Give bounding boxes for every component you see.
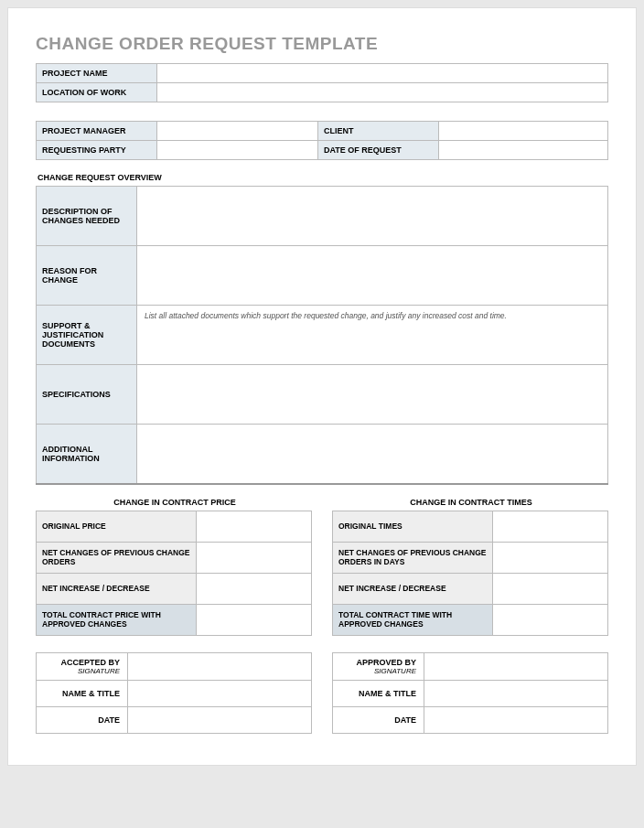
document-page: CHANGE ORDER REQUEST TEMPLATE PROJECT NA… [7,7,637,766]
pm-label: PROJECT MANAGER [37,122,157,141]
page-title: CHANGE ORDER REQUEST TEMPLATE [36,34,608,54]
approved-table: APPROVED BYSIGNATURE NAME & TITLE DATE [332,652,608,734]
price-row-field[interactable] [196,573,311,604]
pm-field[interactable] [157,122,318,141]
times-row-label: ORIGINAL TIMES [333,511,493,542]
client-field[interactable] [439,122,608,141]
overview-section-title: CHANGE REQUEST OVERVIEW [38,173,608,182]
client-label: CLIENT [318,122,439,141]
overview-row-field[interactable] [137,246,608,306]
location-field[interactable] [157,83,608,102]
overview-row-label: SUPPORT & JUSTIFICATION DOCUMENTS [37,306,137,365]
times-row-field[interactable] [492,604,607,635]
times-row-label: NET CHANGES OF PREVIOUS CHANGE ORDERS IN… [333,542,493,573]
date-request-field[interactable] [439,141,608,160]
price-table: ORIGINAL PRICENET CHANGES OF PREVIOUS CH… [36,511,312,636]
price-row-label: ORIGINAL PRICE [37,511,197,542]
price-row-label: TOTAL CONTRACT PRICE WITH APPROVED CHANG… [37,604,197,635]
overview-table: DESCRIPTION OF CHANGES NEEDEDREASON FOR … [36,186,608,485]
approved-date-label: DATE [333,706,424,733]
accepted-by-label: ACCEPTED BYSIGNATURE [37,652,128,680]
approved-by-label: APPROVED BYSIGNATURE [333,652,424,680]
accepted-date-field[interactable] [128,706,312,733]
approved-signature-field[interactable] [424,652,608,680]
accepted-signature-field[interactable] [128,652,312,680]
overview-row-label: REASON FOR CHANGE [37,246,137,306]
project-name-field[interactable] [157,64,608,83]
times-table: ORIGINAL TIMESNET CHANGES OF PREVIOUS CH… [332,511,608,636]
project-meta-table: PROJECT NAME LOCATION OF WORK PROJECT MA… [36,63,608,160]
times-row-field[interactable] [492,542,607,573]
overview-row-label: ADDITIONAL INFORMATION [37,425,137,484]
requesting-label: REQUESTING PARTY [37,141,157,160]
location-label: LOCATION OF WORK [37,83,157,102]
approved-name-label: NAME & TITLE [333,680,424,706]
times-row-field[interactable] [492,511,607,542]
times-row-field[interactable] [492,573,607,604]
approved-date-field[interactable] [424,706,608,733]
overview-row-field[interactable] [137,425,608,484]
accepted-name-label: NAME & TITLE [37,680,128,706]
accepted-date-label: DATE [37,706,128,733]
overview-row-field[interactable]: List all attached documents which suppor… [137,306,608,365]
price-row-label: NET CHANGES OF PREVIOUS CHANGE ORDERS [37,542,197,573]
price-row-label: NET INCREASE / DECREASE [37,573,197,604]
overview-row-label: DESCRIPTION OF CHANGES NEEDED [37,187,137,246]
price-row-field[interactable] [196,604,311,635]
date-request-label: DATE OF REQUEST [318,141,439,160]
requesting-field[interactable] [157,141,318,160]
approved-name-field[interactable] [424,680,608,706]
project-name-label: PROJECT NAME [37,64,157,83]
overview-row-field[interactable] [137,187,608,246]
times-row-label: NET INCREASE / DECREASE [333,573,493,604]
price-section-title: CHANGE IN CONTRACT PRICE [38,498,312,507]
price-row-field[interactable] [196,511,311,542]
accepted-name-field[interactable] [128,680,312,706]
overview-row-field[interactable] [137,365,608,425]
times-section-title: CHANGE IN CONTRACT TIMES [334,498,608,507]
accepted-table: ACCEPTED BYSIGNATURE NAME & TITLE DATE [36,652,312,734]
times-row-label: TOTAL CONTRACT TIME WITH APPROVED CHANGE… [333,604,493,635]
price-row-field[interactable] [196,542,311,573]
overview-row-label: SPECIFICATIONS [37,365,137,425]
